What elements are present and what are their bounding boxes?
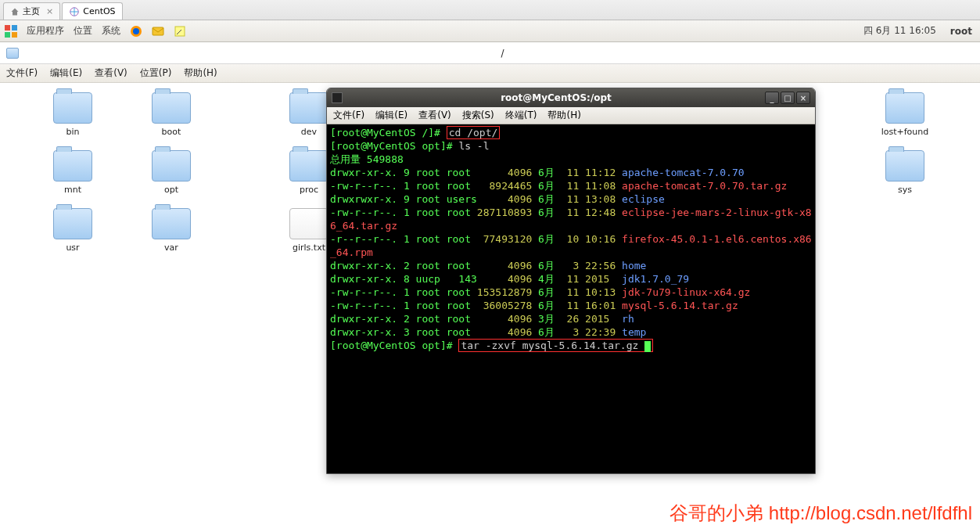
desktop-icon-lost-found[interactable]: lost+found: [878, 92, 932, 137]
desktop-icon-mnt[interactable]: mnt: [45, 150, 100, 195]
icon-label: var: [144, 243, 199, 253]
folder-icon: [152, 150, 191, 182]
svg-rect-4: [12, 32, 17, 38]
icon-label: bin: [45, 127, 100, 137]
svg-rect-3: [5, 32, 10, 38]
fm-menu-edit[interactable]: 编辑(E): [50, 66, 82, 80]
path-bar: /: [0, 42, 980, 64]
tab-label: 主页: [23, 5, 40, 17]
desktop-icon-usr[interactable]: usr: [45, 208, 100, 253]
fm-menu-help[interactable]: 帮助(H): [184, 66, 217, 80]
clock[interactable]: 四 6月 11 16:05: [863, 24, 936, 38]
desktop-icon-boot[interactable]: boot: [144, 92, 199, 137]
desktop-icon-sys[interactable]: sys: [878, 150, 932, 195]
terminal-title: root@MyCentOS:/opt: [347, 92, 765, 103]
folder-icon: [53, 208, 92, 239]
folder-icon: [885, 92, 924, 124]
user-label[interactable]: root: [950, 26, 972, 37]
terminal-body[interactable]: [root@MyCentOS /]# cd /opt/[root@MyCentO…: [327, 124, 815, 473]
icon-label: boot: [144, 127, 199, 137]
folder-icon: [53, 92, 92, 124]
folder-icon: [289, 92, 328, 124]
fm-menu-file[interactable]: 文件(F): [6, 66, 38, 80]
menu-places[interactable]: 位置: [74, 24, 92, 38]
folder-icon: [885, 150, 924, 182]
svg-point-6: [133, 28, 139, 34]
browser-tab-home[interactable]: 主页 ×: [3, 2, 60, 20]
close-button[interactable]: ×: [796, 92, 810, 104]
desktop-icon-var[interactable]: var: [144, 208, 199, 253]
term-menu-terminal[interactable]: 终端(T): [505, 109, 537, 122]
folder-icon: [53, 150, 92, 182]
fm-menu-go[interactable]: 位置(P): [140, 66, 172, 80]
icon-label: sys: [878, 185, 932, 195]
top-panel: 应用程序 位置 系统 四 6月 11 16:05 root: [0, 20, 980, 42]
menu-applications[interactable]: 应用程序: [27, 24, 64, 38]
terminal-icon: [332, 92, 343, 103]
file-manager-menubar: 文件(F) 编辑(E) 查看(V) 位置(P) 帮助(H): [0, 64, 980, 83]
terminal-window: root@MyCentOS:/opt _ □ × 文件(F) 编辑(E) 查看(…: [326, 88, 816, 474]
folder-icon: [289, 150, 328, 182]
maximize-button[interactable]: □: [781, 92, 795, 104]
browser-tab-centos[interactable]: CentOS: [62, 2, 122, 20]
terminal-titlebar[interactable]: root@MyCentOS:/opt _ □ ×: [327, 88, 815, 107]
mail-icon[interactable]: [152, 25, 164, 38]
watermark-url: http://blog.csdn.net/lfdfhl: [769, 502, 972, 523]
desktop-icon-bin[interactable]: bin: [45, 92, 100, 137]
term-menu-file[interactable]: 文件(F): [333, 109, 364, 122]
fm-menu-view[interactable]: 查看(V): [95, 66, 127, 80]
icon-label: lost+found: [878, 127, 932, 137]
terminal-menubar: 文件(F) 编辑(E) 查看(V) 搜索(S) 终端(T) 帮助(H): [327, 107, 815, 124]
menu-system[interactable]: 系统: [102, 24, 120, 38]
watermark-text: 谷哥的小弟: [669, 502, 769, 523]
term-menu-search[interactable]: 搜索(S): [462, 109, 494, 122]
firefox-icon[interactable]: [130, 25, 142, 38]
close-icon[interactable]: ×: [46, 6, 53, 16]
icon-label: opt: [144, 185, 199, 195]
note-icon[interactable]: [174, 25, 186, 38]
minimize-button[interactable]: _: [765, 92, 779, 104]
tab-label: CentOS: [83, 6, 115, 16]
term-menu-view[interactable]: 查看(V): [418, 109, 451, 122]
svg-rect-7: [153, 27, 163, 35]
folder-icon: [152, 208, 191, 239]
icon-label: usr: [45, 243, 100, 253]
file-icon: [289, 208, 328, 239]
current-path: /: [25, 48, 980, 59]
home-icon: [10, 7, 20, 16]
watermark: 谷哥的小弟 http://blog.csdn.net/lfdfhl: [669, 501, 972, 526]
svg-rect-2: [12, 25, 17, 31]
svg-rect-1: [5, 25, 10, 31]
folder-icon: [6, 48, 19, 59]
browser-tabstrip: 主页 × CentOS: [0, 0, 980, 20]
folder-icon: [152, 92, 191, 124]
icon-label: mnt: [45, 185, 100, 195]
system-icon: [5, 25, 17, 38]
desktop-icon-opt[interactable]: opt: [144, 150, 199, 195]
term-menu-help[interactable]: 帮助(H): [547, 109, 580, 122]
term-menu-edit[interactable]: 编辑(E): [375, 109, 407, 122]
centos-icon: [69, 6, 80, 17]
